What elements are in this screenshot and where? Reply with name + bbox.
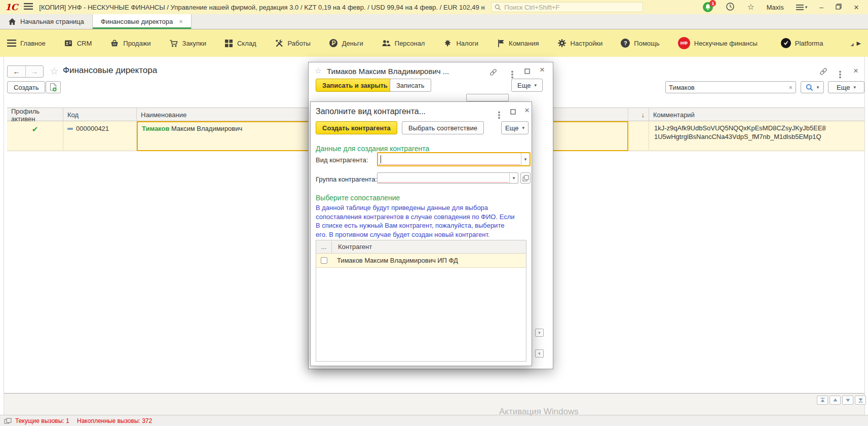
match-table-header: ... Контрагент bbox=[316, 240, 526, 254]
search-icon bbox=[806, 84, 813, 91]
dialog-menu-kebab-icon[interactable] bbox=[511, 74, 513, 76]
list-nav-top-button[interactable] bbox=[817, 396, 828, 405]
ribbon-item-works[interactable]: Работы bbox=[275, 39, 311, 48]
page-title: Финансовые директора bbox=[63, 65, 157, 76]
match-header-dots[interactable]: ... bbox=[316, 241, 332, 253]
column-header-profile-active[interactable]: Профиль активен bbox=[7, 108, 63, 122]
ribbon-overflow-icon[interactable]: ▶ bbox=[857, 40, 861, 47]
titlebar: 1С [КОПИЯ] УНФ - НЕСКУЧНЫЕ ФИНАНСЫ / Упр… bbox=[0, 0, 868, 14]
hidden-side-button-2[interactable]: ▾ bbox=[535, 349, 544, 358]
nf-icon: НФ bbox=[678, 37, 690, 49]
global-search-box[interactable] bbox=[491, 2, 643, 12]
column-header-code[interactable]: Код bbox=[63, 108, 137, 122]
contractor-kind-input[interactable] bbox=[378, 153, 521, 165]
tab-financial-directors[interactable]: Финансовые директора × bbox=[93, 14, 192, 29]
dialog-close-icon[interactable]: × bbox=[540, 65, 545, 74]
column-header-comment[interactable]: Комментарий bbox=[649, 108, 864, 122]
required-underline bbox=[379, 164, 520, 165]
ribbon-item-taxes[interactable]: Налоги bbox=[443, 39, 478, 48]
group-label: Группа контрагента: bbox=[316, 175, 377, 183]
list-search-input[interactable] bbox=[669, 84, 788, 91]
ribbon-item-personnel[interactable]: Персонал bbox=[382, 39, 425, 47]
restore-button[interactable] bbox=[836, 4, 842, 11]
dialog-fill-title: Заполните вид контаргента... bbox=[316, 107, 426, 116]
contractor-group-input[interactable] bbox=[378, 173, 509, 183]
section-select-match: Выберите сопоставление bbox=[316, 194, 400, 202]
ribbon-item-money[interactable]: Деньги bbox=[329, 39, 363, 48]
ribbon-item-neskuchnye-finansy[interactable]: НФ Нескучные финансы bbox=[678, 37, 758, 49]
chevron-down-icon: ▾ bbox=[524, 157, 527, 162]
user-menu[interactable]: Maxis bbox=[767, 4, 784, 11]
ribbon-item-help[interactable]: ? Помощь bbox=[621, 39, 659, 48]
notifications-bell-icon[interactable]: 1 bbox=[702, 2, 713, 13]
contractor-kind-combo[interactable]: ▾ bbox=[377, 152, 531, 166]
ribbon-item-main[interactable]: Главное bbox=[7, 40, 46, 47]
content-frame-right bbox=[864, 57, 865, 415]
ribbon-item-sales[interactable]: Продажи bbox=[110, 39, 150, 48]
list-nav-bottom-button[interactable] bbox=[855, 396, 866, 405]
get-link-icon[interactable] bbox=[819, 67, 828, 78]
match-header-contractor[interactable]: Контрагент bbox=[332, 243, 372, 251]
create-by-copy-button[interactable] bbox=[46, 81, 61, 93]
create-button[interactable]: Создать bbox=[7, 81, 45, 93]
ribbon-item-purchases[interactable]: Закупки bbox=[169, 39, 206, 48]
window-title: [КОПИЯ] УНФ - НЕСКУЧНЫЕ ФИНАНСЫ / Управл… bbox=[39, 4, 485, 11]
name-highlight: Тимаков bbox=[142, 125, 169, 132]
select-match-button[interactable]: Выбрать соответствие bbox=[402, 121, 484, 134]
ribbon-item-company[interactable]: Компания bbox=[497, 39, 539, 48]
minimize-button[interactable]: – bbox=[819, 4, 823, 11]
close-window-button[interactable]: × bbox=[854, 3, 859, 12]
dialog-star-icon[interactable]: ☆ bbox=[315, 66, 322, 76]
settings-hamburger-icon[interactable]: ▾ bbox=[796, 5, 808, 10]
clear-search-icon[interactable]: × bbox=[788, 84, 792, 91]
dialog-close-icon[interactable]: × bbox=[524, 106, 530, 115]
save-and-close-button[interactable]: Записать и закрыть bbox=[316, 79, 394, 92]
search-button[interactable]: ▾ bbox=[801, 81, 824, 93]
form-menu-kebab-icon[interactable] bbox=[839, 74, 841, 76]
platforma-icon bbox=[781, 38, 791, 48]
ribbon-item-warehouse[interactable]: Склад bbox=[224, 39, 256, 48]
tab-close-icon[interactable]: × bbox=[179, 18, 183, 25]
active-tab-underline bbox=[93, 27, 191, 29]
combo-dropdown-button[interactable]: ▾ bbox=[509, 173, 518, 183]
tab-home[interactable]: Начальная страница bbox=[0, 14, 93, 29]
dialog-menu-kebab-icon[interactable] bbox=[498, 114, 500, 116]
favorite-star-icon[interactable]: ☆ bbox=[50, 65, 59, 77]
hidden-side-button-1[interactable]: ▾ bbox=[535, 329, 544, 337]
warehouse-icon bbox=[224, 39, 233, 48]
dialog-maximize-icon[interactable] bbox=[524, 68, 530, 76]
resize-corner-icon: ◢ bbox=[850, 42, 853, 47]
list-nav-down-button[interactable] bbox=[842, 396, 853, 405]
create-contractor-button[interactable]: Создать контрагента bbox=[316, 121, 397, 134]
get-link-icon[interactable] bbox=[489, 68, 498, 78]
back-button[interactable]: ← bbox=[8, 66, 25, 77]
forward-button[interactable]: → bbox=[25, 66, 43, 77]
settings-gear-icon bbox=[557, 39, 567, 48]
list-search-box[interactable]: × bbox=[665, 81, 796, 93]
open-group-form-button[interactable] bbox=[520, 172, 531, 184]
favorites-star-icon[interactable]: ☆ bbox=[747, 3, 754, 11]
hidden-field-sliver bbox=[466, 94, 509, 101]
main-hamburger-icon[interactable] bbox=[24, 3, 33, 11]
tab-active-label: Финансовые директора bbox=[101, 18, 173, 25]
dialog-maximize-icon[interactable] bbox=[510, 109, 516, 116]
dialog-more-button[interactable]: Еще▾ bbox=[511, 79, 543, 92]
ribbon-item-platforma[interactable]: Platforma bbox=[781, 38, 823, 48]
ribbon-item-settings[interactable]: Настройки bbox=[557, 39, 603, 48]
more-button[interactable]: Еще▾ bbox=[828, 81, 864, 93]
dialog-fill-more-button[interactable]: Еще▾ bbox=[501, 121, 529, 134]
ribbon-item-crm[interactable]: CRM bbox=[64, 39, 92, 48]
open-form-icon bbox=[522, 175, 529, 182]
kind-label: Вид контрагента: bbox=[316, 156, 368, 164]
column-header-sort[interactable]: ↓ bbox=[628, 108, 649, 122]
contractor-group-combo[interactable]: ▾ bbox=[377, 172, 518, 184]
list-nav-up-button[interactable] bbox=[829, 396, 841, 405]
form-close-icon[interactable]: × bbox=[853, 66, 858, 75]
save-button[interactable]: Записать bbox=[390, 79, 431, 92]
history-clock-icon[interactable] bbox=[726, 2, 735, 13]
match-row[interactable]: Тимаков Максим Владимирович ИП ФД bbox=[316, 254, 526, 268]
match-checkbox[interactable] bbox=[321, 257, 327, 264]
global-search-input[interactable] bbox=[504, 4, 631, 11]
combo-dropdown-button[interactable]: ▾ bbox=[521, 153, 530, 165]
help-icon: ? bbox=[621, 39, 630, 48]
